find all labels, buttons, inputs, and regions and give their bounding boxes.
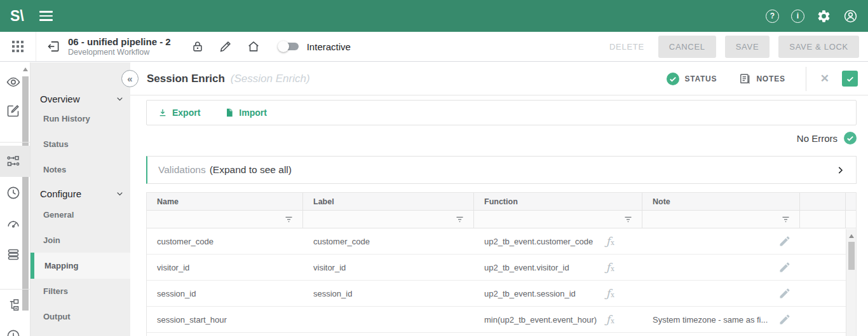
icon-rail (0, 62, 31, 336)
sidenav-section-overview[interactable]: Overview (40, 91, 124, 106)
function-formula-icon[interactable]: ƒx (606, 235, 642, 248)
preview-eye-icon[interactable] (6, 74, 21, 90)
sidenav-item-status[interactable]: Status (43, 137, 69, 150)
export-button[interactable]: Export (158, 108, 200, 118)
help-icon[interactable]: ? (766, 10, 779, 23)
cell-function: up2_tb_event.session_idƒx (474, 281, 642, 306)
table-row[interactable]: session_start_hour min(up2_tb_event.even… (147, 307, 856, 333)
apps-grid-button[interactable] (0, 32, 36, 61)
table-header-row: Name Label Function Note (147, 193, 856, 211)
edit-row-pencil-icon[interactable] (778, 287, 791, 300)
confirm-checkbox[interactable] (842, 71, 858, 87)
no-errors-check-icon (844, 132, 857, 144)
edit-pencil-icon[interactable] (219, 39, 233, 53)
import-button[interactable]: Import (224, 108, 267, 118)
sidenav-item-general[interactable]: General (43, 208, 74, 221)
table-row[interactable]: customer_code customer_code up2_tb_event… (147, 228, 856, 255)
column-header-note[interactable]: Note (642, 193, 800, 210)
table-row[interactable]: session_id session_id up2_tb_event.sessi… (147, 281, 856, 307)
header-divider (806, 67, 806, 91)
checkbox-check-icon (845, 74, 855, 84)
info-icon[interactable]: i (791, 10, 804, 23)
status-check-icon (667, 73, 679, 85)
edit-row-pencil-icon[interactable] (778, 235, 791, 248)
home-icon[interactable] (247, 39, 261, 53)
column-header-actions (800, 193, 846, 210)
sidenav-item-join[interactable]: Join (43, 234, 60, 246)
history-clock-icon[interactable] (6, 185, 21, 200)
hamburger-menu-icon[interactable] (39, 11, 53, 21)
filter-name[interactable] (147, 211, 303, 228)
gauge-dashboard-icon[interactable] (6, 216, 21, 231)
cell-note (642, 255, 800, 280)
sidenav-item-filters[interactable]: Filters (43, 284, 68, 297)
collapse-panel-button[interactable]: « (121, 70, 139, 87)
edit-row-pencil-icon[interactable] (778, 261, 791, 274)
app-bar: S\ ? i (0, 0, 868, 32)
sidenav-section-configure[interactable]: Configure (40, 186, 124, 201)
cell-label (303, 307, 474, 332)
save-button[interactable]: SAVE (725, 36, 770, 58)
brand-logo[interactable]: S\ (10, 8, 24, 25)
close-icon[interactable]: ✕ (818, 72, 832, 85)
sidenav-item-mapping-selected[interactable]: Mapping (31, 253, 130, 279)
mapping-table: Name Label Function Note customer_code c… (146, 192, 857, 336)
compose-edit-icon[interactable] (6, 103, 21, 118)
detail-header-actions: STATUS NOTES ✕ (667, 67, 868, 91)
chevron-right-icon (836, 165, 845, 175)
clock-icon[interactable] (6, 328, 21, 336)
apps-grid-icon (12, 41, 24, 53)
notes-icon (738, 73, 751, 85)
scroll-up-icon[interactable] (849, 234, 854, 238)
settings-gear-icon[interactable] (817, 9, 831, 24)
edit-row-pencil-icon[interactable] (778, 313, 791, 326)
lock-icon[interactable] (191, 39, 205, 53)
filter-note[interactable] (642, 211, 800, 228)
filter-label[interactable] (303, 211, 474, 228)
scrollbar-thumb[interactable] (848, 242, 855, 270)
sidenav-item-notes[interactable]: Notes (43, 163, 66, 176)
pipeline-title: 06 - unified pipeline - 2 (68, 36, 171, 48)
cell-note: System timezone - same as fi... (642, 307, 800, 332)
pipeline-mapping-icon[interactable] (6, 153, 21, 169)
download-icon (158, 108, 168, 118)
filter-icon (781, 214, 790, 224)
rail-scroll-up-icon[interactable] (23, 67, 28, 71)
interactive-toggle[interactable] (278, 40, 301, 53)
sidenav-item-run-history[interactable]: Run History (43, 112, 90, 125)
filter-icon (455, 214, 465, 224)
status-button[interactable]: STATUS (667, 73, 717, 85)
table-scrollbar[interactable] (846, 229, 856, 336)
function-formula-icon[interactable]: ƒx (606, 287, 642, 300)
cancel-button[interactable]: CANCEL (658, 36, 716, 58)
datasets-stack-icon[interactable] (6, 247, 21, 262)
toolbar-actions: DELETE CANCEL SAVE SAVE & LOCK (604, 36, 868, 58)
rail-scrollbar[interactable] (22, 76, 29, 311)
column-header-name[interactable]: Name (147, 193, 303, 210)
table-row[interactable]: visitor_id visitor_id up2_tb_event.visit… (147, 255, 856, 281)
notes-button[interactable]: NOTES (738, 73, 785, 85)
section-label: Configure (40, 188, 81, 199)
function-formula-icon[interactable]: ƒx (606, 261, 642, 274)
validations-hint: (Expand to see all) (210, 164, 292, 176)
sidenav-item-output[interactable]: Output (43, 310, 71, 323)
validations-expander[interactable]: Validations (Expand to see all) (146, 156, 857, 184)
no-errors-status: No Errors (797, 132, 857, 144)
cell-label: customer_code (303, 228, 474, 254)
cell-function: up2_tb_event.customer_codeƒx (474, 228, 642, 254)
rail-divider (0, 289, 30, 290)
cell-name: session_start_hour (147, 307, 303, 332)
status-label: STATUS (684, 74, 717, 83)
chevron-down-icon (116, 190, 124, 198)
app-bar-actions: ? i (766, 9, 858, 24)
column-header-function[interactable]: Function (474, 193, 642, 210)
notes-label: NOTES (756, 74, 785, 83)
user-profile-icon[interactable] (843, 9, 858, 24)
save-and-lock-button[interactable]: SAVE & LOCK (778, 36, 859, 58)
exit-workflow-icon[interactable] (46, 39, 60, 53)
filter-function[interactable] (474, 211, 642, 228)
column-header-label[interactable]: Label (303, 193, 474, 210)
delete-button[interactable]: DELETE (604, 36, 649, 57)
hierarchy-tree-icon[interactable] (6, 297, 21, 312)
function-formula-icon[interactable]: ƒx (606, 313, 642, 326)
